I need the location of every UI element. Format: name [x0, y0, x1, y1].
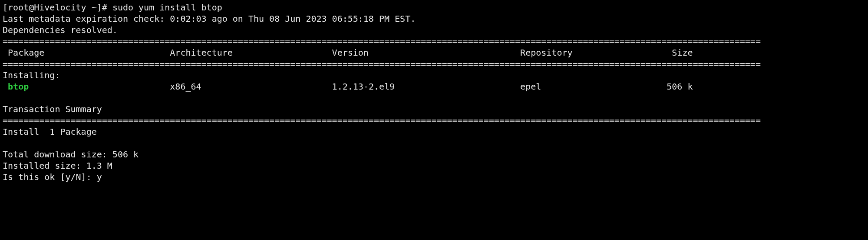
pkg-name: btop [8, 81, 29, 92]
confirm-answer: y [97, 172, 102, 182]
confirm-question: Is this ok [y/N]: [3, 172, 97, 182]
divider-3: ========================================… [3, 115, 865, 126]
confirm-prompt[interactable]: Is this ok [y/N]: y [3, 171, 865, 183]
table-header: Package Architecture Version Repository … [3, 47, 865, 58]
blank-1 [3, 92, 865, 103]
command-text: sudo yum install btop [112, 2, 222, 13]
divider-1: ========================================… [3, 36, 865, 47]
col-version: Version [332, 47, 369, 58]
table-row: btop x86_64 1.2.13-2.el9 epel 506 k [3, 81, 865, 92]
divider-2: ========================================… [3, 58, 865, 70]
pkg-size: 506 k [667, 81, 693, 92]
blank-2 [3, 137, 865, 149]
prompt-prefix: [root@Hivelocity ~]# [3, 2, 112, 13]
installed-size: Installed size: 1.3 M [3, 160, 865, 171]
install-count: Install 1 Package [3, 126, 865, 137]
col-repo: Repository [520, 47, 572, 58]
pkg-version: 1.2.13-2.el9 [332, 81, 395, 92]
col-size: Size [672, 47, 693, 58]
metadata-line: Last metadata expiration check: 0:02:03 … [3, 13, 865, 24]
installing-label: Installing: [3, 70, 865, 81]
prompt-line: [root@Hivelocity ~]# sudo yum install bt… [3, 2, 865, 13]
download-size: Total download size: 506 k [3, 149, 865, 160]
summary-label: Transaction Summary [3, 103, 865, 115]
pkg-arch: x86_64 [170, 81, 201, 92]
deps-line: Dependencies resolved. [3, 24, 865, 36]
col-arch: Architecture [170, 47, 233, 58]
col-package: Package [8, 47, 44, 58]
pkg-repo: epel [520, 81, 541, 92]
